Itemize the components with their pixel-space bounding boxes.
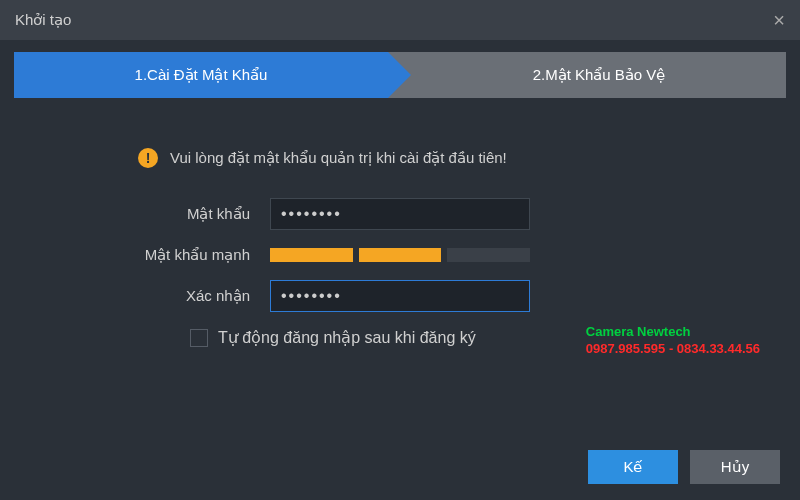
strength-seg-1	[270, 248, 353, 262]
watermark: Camera Newtech 0987.985.595 - 0834.33.44…	[586, 324, 760, 358]
confirm-row: Xác nhận	[60, 280, 740, 312]
step-tabs: 1.Cài Đặt Mật Khẩu 2.Mật Khẩu Bảo Vệ	[14, 52, 786, 98]
step-1[interactable]: 1.Cài Đặt Mật Khẩu	[14, 52, 388, 98]
step-1-label: 1.Cài Đặt Mật Khẩu	[135, 66, 268, 84]
strength-label: Mật khẩu mạnh	[60, 246, 270, 264]
strength-meter	[270, 248, 530, 262]
password-input[interactable]	[270, 198, 530, 230]
notice-text: Vui lòng đặt mật khẩu quản trị khi cài đ…	[170, 149, 507, 167]
warning-icon: !	[138, 148, 158, 168]
autologin-checkbox[interactable]	[190, 329, 208, 347]
strength-seg-2	[359, 248, 442, 262]
autologin-row: Tự động đăng nhập sau khi đăng ký Camera…	[190, 328, 740, 347]
password-label: Mật khẩu	[60, 205, 270, 223]
confirm-label: Xác nhận	[60, 287, 270, 305]
notice-row: ! Vui lòng đặt mật khẩu quản trị khi cài…	[138, 148, 740, 168]
title-bar: Khởi tạo ×	[0, 0, 800, 40]
cancel-button[interactable]: Hủy	[690, 450, 780, 484]
step-2[interactable]: 2.Mật Khẩu Bảo Vệ	[388, 52, 786, 98]
watermark-line2: 0987.985.595 - 0834.33.44.56	[586, 341, 760, 358]
strength-seg-3	[447, 248, 530, 262]
form-content: ! Vui lòng đặt mật khẩu quản trị khi cài…	[0, 98, 800, 367]
watermark-line1: Camera Newtech	[586, 324, 760, 341]
window-title: Khởi tạo	[15, 11, 71, 29]
next-button[interactable]: Kế	[588, 450, 678, 484]
strength-row: Mật khẩu mạnh	[60, 246, 740, 264]
footer-buttons: Kế Hủy	[588, 450, 780, 484]
close-icon[interactable]: ×	[773, 9, 785, 32]
password-row: Mật khẩu	[60, 198, 740, 230]
autologin-label: Tự động đăng nhập sau khi đăng ký	[218, 328, 476, 347]
confirm-input[interactable]	[270, 280, 530, 312]
step-2-label: 2.Mật Khẩu Bảo Vệ	[533, 66, 666, 84]
